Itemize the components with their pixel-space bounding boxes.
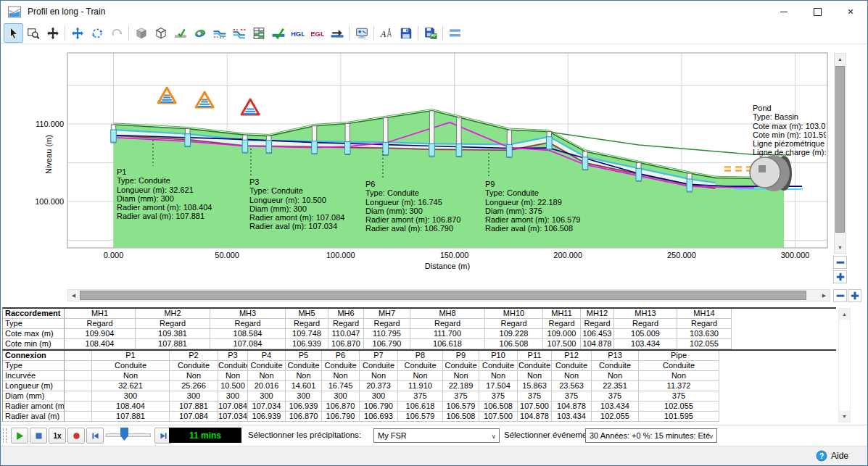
table-cell: 23.563	[552, 381, 592, 391]
vertical-zoom-out-button[interactable]	[833, 256, 847, 269]
pan-tool-button[interactable]	[43, 23, 62, 43]
zoom-extents-tool-icon	[71, 27, 84, 40]
scroll-up-arrow-icon[interactable]: ▲	[839, 309, 850, 320]
zoom-extents-tool-button[interactable]	[67, 23, 87, 43]
table-cell: 106.939	[248, 412, 286, 422]
validate-ground-tool-icon	[174, 27, 187, 40]
select-tool-button[interactable]	[4, 23, 23, 43]
chart-vscroll-thumb[interactable]	[835, 66, 845, 233]
speed-button[interactable]: 1x	[49, 428, 66, 444]
annotation-line: Diam (mm): 300	[365, 207, 460, 215]
profile-compare-tool-button[interactable]	[229, 23, 249, 43]
table-gap-cell	[65, 371, 92, 381]
help-button[interactable]: ? Aide	[816, 450, 848, 462]
scroll-down-arrow-icon[interactable]: ▼	[839, 411, 850, 422]
rotate-tool-button[interactable]	[107, 23, 126, 43]
table-cell: Conduite	[360, 361, 398, 371]
profile-lines-tool-button[interactable]	[210, 23, 229, 43]
x-axis-label: Distance (m)	[375, 262, 520, 270]
table-cell: 107.034	[218, 412, 248, 422]
table-cell: 25.266	[170, 381, 218, 391]
table-gap-cell	[65, 351, 92, 361]
table-cell: Conduite	[552, 361, 592, 371]
record-button[interactable]	[67, 428, 85, 444]
pipe-list-tool-button[interactable]	[445, 23, 465, 43]
table-cell: Non	[639, 371, 719, 381]
table-cell: Regard	[543, 319, 581, 329]
table-vertical-scrollbar[interactable]: ▲ ▼	[838, 308, 851, 423]
play-icon	[15, 431, 25, 441]
annotate-tool-button[interactable]: A	[376, 23, 396, 43]
table-cell: 106.693	[360, 412, 398, 422]
time-slider[interactable]	[106, 433, 151, 437]
table-cell: Non	[286, 371, 322, 381]
zoom-window-tool-button[interactable]	[23, 23, 43, 43]
table-cell: 109.000	[543, 329, 581, 339]
orbit-tool-button[interactable]	[87, 23, 107, 43]
stop-button[interactable]	[30, 428, 47, 444]
vertical-zoom-in-button[interactable]	[833, 270, 847, 283]
annotation-line: Radier amont (m): 108.404	[117, 203, 212, 212]
skip-start-button[interactable]	[86, 428, 104, 444]
save-image-tool-button[interactable]	[421, 23, 440, 43]
table-filler	[732, 309, 837, 319]
maximize-button[interactable]	[801, 1, 834, 22]
table-cell: 111.700	[410, 329, 485, 339]
save-tool-button[interactable]	[396, 23, 416, 43]
cube-solid-tool-icon	[135, 27, 148, 40]
table-cell: Regard	[410, 319, 485, 329]
view-plan-tool-button[interactable]	[190, 23, 210, 43]
egl-tool-button[interactable]: EGL	[307, 23, 327, 43]
hgl-tool-button[interactable]: HGL	[288, 23, 307, 43]
table-cell: 110.047	[328, 329, 364, 339]
annotation-line: Type: Conduite	[117, 176, 212, 185]
cube-wireframe-tool-button[interactable]	[151, 23, 170, 43]
close-button[interactable]: ×	[834, 1, 867, 22]
table-cell: Conduite	[322, 361, 360, 371]
table-cell: 10.500	[218, 381, 248, 391]
report-monitor-tool-button[interactable]	[352, 23, 371, 43]
pipe-export-tool-button[interactable]	[327, 23, 347, 43]
event-select[interactable]: 30 Années: +0 %: 15 minutes: Eté∨	[585, 428, 717, 443]
annotation-line: Radier amont (m): 106.870	[365, 215, 460, 224]
play-button[interactable]	[11, 428, 28, 444]
horizontal-zoom-in-button[interactable]	[848, 289, 861, 302]
table-row-label: Longueur (m)	[3, 381, 65, 391]
table-cell: 102.055	[592, 412, 639, 422]
grid-report-tool-button[interactable]	[249, 23, 268, 43]
table-row-label: Radier amont (m)	[3, 401, 65, 412]
egl-tool-icon: EGL	[311, 27, 324, 40]
table-cell: 106.939	[286, 339, 328, 349]
table-cell: 109.904	[65, 329, 136, 339]
table-cell: 107.881	[92, 412, 170, 422]
horizontal-zoom-out-button[interactable]	[833, 289, 847, 302]
chart-vertical-scrollbar[interactable]: ▲ ▼	[834, 53, 846, 254]
table-gap-cell	[65, 401, 92, 412]
toolbar-grip[interactable]	[3, 428, 7, 443]
table-section-connexion: ConnexionP1P2P3P4P5P6P7P8P9P10P11P12P13P…	[2, 349, 836, 422]
cube-solid-tool-button[interactable]	[131, 23, 151, 43]
svg-text:A: A	[380, 28, 387, 38]
chart-hscroll-thumb[interactable]	[80, 291, 806, 300]
profile-compare-tool-icon	[233, 27, 246, 40]
scroll-left-arrow-icon[interactable]: ◀	[68, 290, 79, 301]
table-cell: 300	[218, 391, 248, 401]
table-filler	[719, 391, 837, 401]
pipe-check-tool-button[interactable]	[268, 23, 288, 43]
annotation-title: Pond	[753, 104, 826, 112]
table-cell: 105.009	[614, 329, 677, 339]
minimize-button[interactable]	[767, 1, 801, 22]
table-cell: Non	[479, 371, 518, 381]
scroll-right-arrow-icon[interactable]: ▶	[819, 290, 830, 301]
chart-horizontal-scrollbar[interactable]: ◀ ▶	[67, 289, 830, 301]
time-slider-thumb[interactable]	[120, 428, 128, 441]
select-tool-icon	[7, 27, 20, 40]
scroll-down-arrow-icon[interactable]: ▼	[835, 242, 846, 253]
precipitation-select[interactable]: My FSR∨	[373, 428, 500, 443]
validate-ground-tool-button[interactable]	[170, 23, 190, 43]
table-gap-cell	[65, 361, 92, 371]
table-column-header: P4	[248, 351, 286, 361]
annotation-line: Type: Conduite	[249, 186, 344, 195]
table-column-header: MH5	[286, 309, 328, 319]
scroll-up-arrow-icon[interactable]: ▲	[835, 54, 846, 65]
